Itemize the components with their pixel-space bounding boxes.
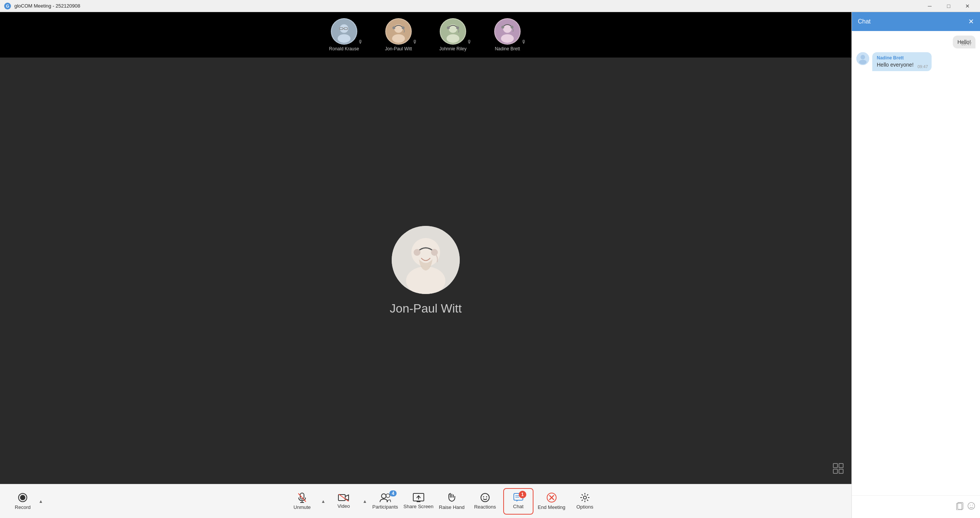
participant-thumb-johnnie[interactable]: Johnnie Riley 🎙 — [426, 18, 479, 51]
participant-avatar-johnnie — [440, 18, 466, 45]
chat-avatar-nadine — [856, 52, 869, 65]
toolbar-left: Record ▲ — [8, 488, 43, 515]
svg-text:G: G — [6, 4, 10, 8]
main-speaker-avatar — [392, 226, 460, 294]
window-controls: ─ □ ✕ — [921, 0, 976, 12]
main-speaker-name: Jon-Paul Witt — [390, 301, 461, 316]
participants-count: 4 — [390, 490, 397, 496]
main-video: Jon-Paul Witt — [0, 57, 851, 484]
close-button[interactable]: ✕ — [959, 0, 976, 12]
reactions-label: Reactions — [474, 504, 496, 510]
options-label: Options — [576, 504, 593, 510]
svg-rect-30 — [833, 469, 837, 473]
attach-icon[interactable] — [956, 502, 964, 512]
svg-point-16 — [447, 27, 450, 30]
chat-icon: 1 — [514, 493, 523, 502]
toolbar-center: Unmute ▲ Video ▲ — [287, 488, 600, 515]
toolbar-participants[interactable]: 4 Participants — [370, 488, 400, 515]
svg-rect-29 — [839, 464, 843, 468]
toolbar-reactions[interactable]: Reactions — [470, 488, 500, 515]
svg-point-33 — [20, 495, 25, 500]
participant-avatar-ronald — [331, 18, 357, 45]
chat-message-1: Hello! 09:47 — [953, 35, 975, 48]
svg-point-20 — [501, 34, 514, 43]
svg-point-58 — [859, 60, 867, 64]
record-chevron[interactable]: ▲ — [38, 499, 43, 504]
toolbar-video[interactable]: Video — [329, 488, 359, 515]
svg-point-63 — [972, 505, 973, 505]
chat-messages: Hello! 09:47 Nadine Brett Hello everyone… — [852, 31, 980, 495]
chat-header: Chat ✕ — [852, 12, 980, 31]
chat-label: Chat — [513, 504, 523, 509]
toolbar-unmute[interactable]: Unmute — [287, 488, 317, 515]
chat-message-2: Nadine Brett Hello everyone! 09:47 — [856, 52, 932, 71]
participant-name-jonpaul: Jon-Paul Witt — [385, 46, 412, 51]
chat-close-button[interactable]: ✕ — [968, 18, 974, 26]
participant-name-nadine: Nadine Brett — [495, 46, 520, 51]
svg-point-40 — [382, 494, 386, 498]
share-screen-icon — [413, 493, 424, 502]
unmute-chevron[interactable]: ▲ — [321, 499, 326, 504]
chat-badge: 1 — [519, 491, 526, 498]
video-area: Ronald Krause 🎙 J — [0, 12, 851, 518]
svg-rect-38 — [338, 494, 345, 500]
participant-thumb-ronald[interactable]: Ronald Krause 🎙 — [318, 18, 371, 51]
toolbar-raise-hand[interactable]: Raise Hand — [437, 488, 467, 515]
participant-name-ronald: Ronald Krause — [329, 46, 359, 51]
participant-thumb-nadine[interactable]: Nadine Brett 🎙 — [481, 18, 534, 51]
participant-avatar-nadine — [494, 18, 520, 45]
title-bar: G gloCOM Meeting - 252120908 ─ □ ✕ — [0, 0, 980, 12]
maximize-button[interactable]: □ — [940, 0, 957, 12]
svg-point-15 — [447, 34, 460, 43]
grid-layout-icon[interactable] — [832, 463, 844, 477]
participants-strip: Ronald Krause 🎙 J — [0, 12, 851, 57]
toolbar-end-meeting[interactable]: End Meeting — [536, 488, 567, 515]
chat-input[interactable] — [856, 504, 953, 510]
share-screen-label: Share Screen — [403, 504, 434, 509]
svg-point-61 — [968, 502, 975, 509]
participants-icon: 4 — [379, 492, 391, 502]
record-icon — [18, 492, 28, 503]
toolbar-record[interactable]: Record — [8, 488, 38, 515]
raise-hand-icon — [448, 492, 456, 503]
svg-rect-28 — [833, 464, 837, 468]
raise-hand-label: Raise Hand — [439, 504, 465, 510]
window-title: gloCOM Meeting - 252120908 — [14, 3, 921, 9]
svg-point-46 — [481, 493, 489, 502]
svg-point-26 — [414, 249, 420, 256]
chat-message-1-time: 09:47 — [961, 41, 972, 46]
chat-bubble-content-nadine: Nadine Brett Hello everyone! 09:47 — [872, 52, 932, 71]
video-chevron[interactable]: ▲ — [363, 499, 367, 504]
participant-name-johnnie: Johnnie Riley — [439, 46, 466, 51]
toolbar-chat[interactable]: 1 Chat — [503, 488, 533, 515]
svg-point-10 — [392, 34, 405, 43]
emoji-icon[interactable] — [967, 502, 975, 512]
toolbar-share-screen[interactable]: Share Screen — [403, 488, 434, 515]
toolbar-options[interactable]: Options — [570, 488, 600, 515]
reactions-icon — [480, 492, 490, 502]
minimize-button[interactable]: ─ — [921, 0, 939, 12]
video-label: Video — [337, 503, 350, 509]
svg-point-48 — [486, 496, 487, 497]
participant-mute-jonpaul: 🎙 — [412, 39, 417, 45]
svg-point-62 — [970, 505, 970, 505]
chat-input-area — [852, 495, 980, 518]
svg-point-47 — [483, 496, 484, 497]
participant-mute-ronald: 🎙 — [358, 39, 363, 45]
svg-point-21 — [501, 26, 504, 29]
participant-thumb-jonpaul[interactable]: Jon-Paul Witt 🎙 — [372, 18, 425, 51]
chat-panel-title: Chat — [858, 18, 871, 25]
unmute-label: Unmute — [293, 504, 311, 510]
record-label: Record — [15, 504, 30, 510]
app-logo: G — [4, 2, 11, 10]
main-container: Ronald Krause 🎙 J — [0, 12, 980, 518]
svg-point-55 — [583, 496, 586, 499]
chat-panel: Chat ✕ Hello! 09:47 Nadine Brett — [851, 12, 980, 518]
svg-rect-31 — [839, 469, 843, 473]
participant-mute-nadine: 🎙 — [521, 39, 526, 45]
svg-point-4 — [337, 34, 350, 43]
unmute-icon — [297, 492, 307, 503]
toolbar: Record ▲ — [0, 484, 851, 518]
video-icon — [338, 493, 349, 502]
chat-sender-nadine: Nadine Brett — [877, 55, 927, 61]
